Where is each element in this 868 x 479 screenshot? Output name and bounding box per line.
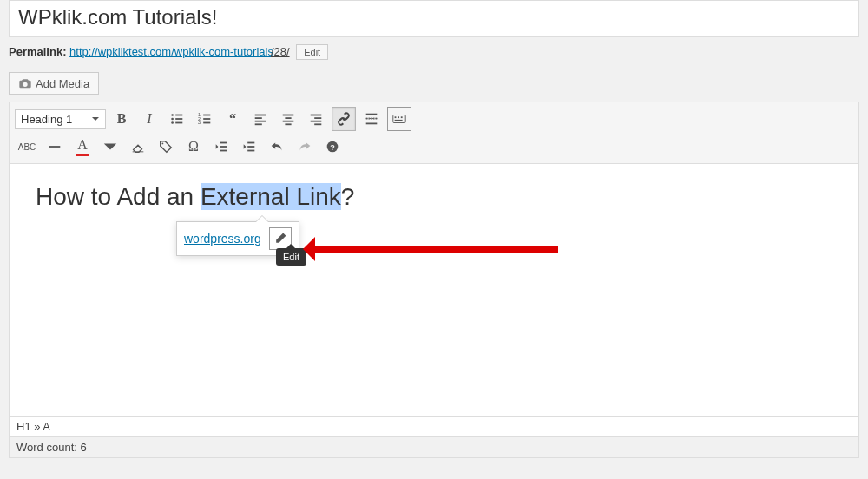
permalink-link[interactable]: http://wpkliktest.com/wpklik-com-tutoria… — [69, 45, 273, 58]
tooltip-edit: Edit — [276, 248, 306, 266]
svg-rect-34 — [401, 116, 403, 118]
svg-rect-37 — [133, 151, 144, 152]
indent-button[interactable] — [237, 135, 261, 159]
editor-body[interactable]: How to Add an External Link? wordpress.o… — [10, 164, 858, 416]
link-button[interactable] — [332, 107, 356, 131]
link-url[interactable]: wordpress.org — [184, 232, 261, 246]
list-ol-icon: 123 — [197, 111, 213, 127]
text-color-button[interactable]: A — [70, 135, 95, 159]
svg-point-0 — [171, 114, 174, 116]
svg-rect-25 — [366, 118, 378, 119]
post-title-input[interactable] — [18, 5, 850, 30]
link-selection[interactable]: External Link — [201, 183, 341, 210]
svg-text:?: ? — [330, 143, 335, 152]
svg-rect-21 — [314, 117, 321, 119]
svg-point-38 — [162, 143, 164, 145]
svg-rect-7 — [203, 115, 210, 116]
align-right-icon — [308, 111, 324, 127]
svg-rect-16 — [283, 115, 294, 116]
redo-button[interactable] — [293, 135, 317, 159]
svg-rect-5 — [175, 122, 182, 124]
svg-rect-23 — [314, 123, 321, 125]
format-select[interactable]: Heading 1 — [15, 109, 106, 129]
hr-button[interactable] — [43, 135, 67, 159]
permalink-edit-button[interactable]: Edit — [296, 44, 328, 60]
keyboard-icon — [391, 111, 407, 127]
title-wrapper — [9, 0, 859, 37]
list-ul-icon — [169, 111, 185, 127]
svg-rect-17 — [285, 117, 291, 119]
svg-text:3: 3 — [198, 120, 201, 125]
svg-rect-20 — [311, 115, 322, 116]
svg-rect-33 — [398, 116, 399, 118]
status-path: H1 » A — [9, 417, 859, 437]
eraser-icon — [130, 139, 146, 154]
svg-rect-9 — [203, 118, 210, 120]
svg-rect-36 — [49, 146, 61, 148]
svg-rect-24 — [366, 114, 378, 115]
svg-rect-43 — [247, 146, 254, 148]
special-char-button[interactable]: Ω — [181, 135, 206, 159]
svg-rect-39 — [220, 142, 227, 144]
svg-rect-30 — [366, 123, 378, 125]
content-heading[interactable]: How to Add an External Link? — [36, 183, 832, 211]
outdent-button[interactable] — [209, 135, 233, 159]
redo-icon — [297, 139, 312, 154]
align-right-button[interactable] — [304, 107, 328, 131]
clear-format-button[interactable] — [126, 135, 150, 159]
svg-rect-28 — [372, 118, 374, 119]
permalink-label: Permalink: — [9, 45, 66, 58]
word-count: Word count: 6 — [9, 437, 859, 458]
svg-rect-35 — [395, 120, 403, 121]
svg-rect-12 — [255, 115, 266, 116]
undo-button[interactable] — [265, 135, 289, 159]
svg-rect-11 — [203, 122, 210, 124]
editor: Heading 1 B I 123 “ ABC A — [9, 102, 859, 417]
svg-point-2 — [171, 118, 174, 121]
readmore-button[interactable] — [359, 107, 384, 131]
svg-rect-18 — [283, 121, 294, 122]
align-center-button[interactable] — [276, 107, 300, 131]
svg-point-4 — [171, 121, 174, 124]
toolbar: Heading 1 B I 123 “ ABC A — [10, 102, 858, 164]
permalink-row: Permalink: http://wpkliktest.com/wpklik-… — [9, 44, 859, 60]
chevron-down-icon — [102, 139, 118, 154]
align-left-button[interactable] — [248, 107, 273, 131]
tag-button[interactable] — [154, 135, 178, 159]
ol-button[interactable]: 123 — [193, 107, 217, 131]
svg-rect-27 — [369, 118, 371, 119]
chevron-down-icon — [91, 115, 100, 123]
quote-button[interactable]: “ — [220, 107, 245, 131]
toolbar-toggle-button[interactable] — [387, 107, 411, 131]
text-color-dropdown[interactable] — [98, 135, 122, 159]
undo-icon — [269, 139, 285, 154]
help-button[interactable]: ? — [320, 135, 345, 159]
bold-button[interactable]: B — [109, 107, 134, 131]
svg-rect-40 — [220, 146, 227, 148]
svg-rect-19 — [285, 123, 291, 125]
svg-rect-14 — [255, 121, 266, 122]
svg-rect-1 — [175, 115, 182, 116]
hr-icon — [47, 139, 62, 154]
permalink-id: /28/ — [271, 45, 290, 58]
align-center-icon — [280, 111, 296, 127]
annotation-arrow — [303, 237, 558, 261]
ul-button[interactable] — [165, 107, 189, 131]
tag-icon — [158, 139, 174, 154]
svg-rect-15 — [255, 123, 262, 125]
readmore-icon — [364, 111, 379, 127]
strike-button[interactable]: ABC — [15, 135, 39, 159]
svg-rect-44 — [247, 150, 254, 152]
outdent-icon — [214, 139, 229, 154]
svg-rect-26 — [366, 118, 368, 119]
italic-button[interactable]: I — [137, 107, 161, 131]
add-media-button[interactable]: Add Media — [9, 72, 99, 95]
svg-rect-32 — [395, 116, 397, 118]
svg-rect-13 — [255, 117, 262, 119]
link-icon — [336, 111, 352, 127]
help-icon: ? — [325, 139, 340, 154]
pencil-icon — [273, 232, 287, 246]
camera-icon — [18, 76, 32, 90]
svg-rect-3 — [175, 118, 182, 120]
svg-rect-42 — [247, 142, 254, 144]
